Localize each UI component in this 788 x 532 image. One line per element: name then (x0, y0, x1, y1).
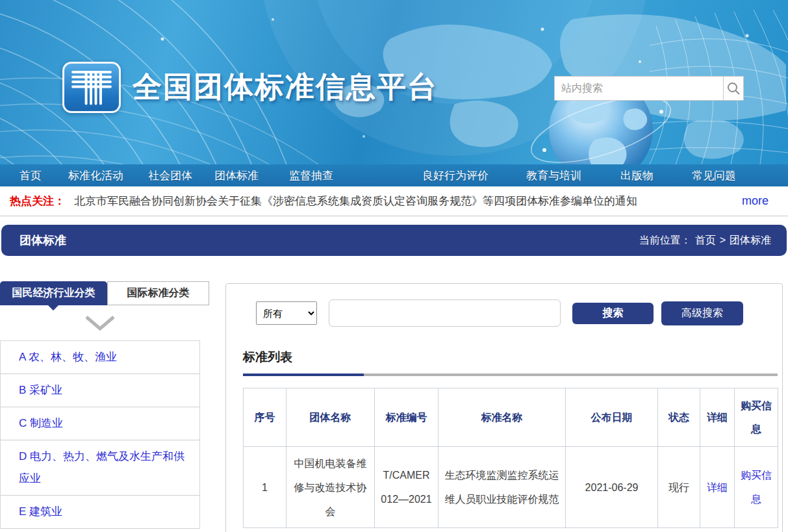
main-nav: 首页 标准化活动 社会团体 团体标准 监督抽查 良好行为评价 教育与培训 出版物… (0, 164, 788, 186)
site-logo-icon[interactable] (62, 62, 121, 113)
cell-status: 现行 (658, 447, 700, 528)
sidebar-item-category-e[interactable]: E 建筑业 (1, 496, 199, 529)
breadcrumb-current-link[interactable]: 团体标准 (730, 234, 771, 247)
active-tab-pointer-icon (48, 305, 58, 310)
nav-item-home[interactable]: 首页 (19, 168, 42, 183)
cell-index: 1 (244, 447, 286, 528)
list-title: 标准列表 (243, 349, 777, 366)
sidebar-item-category-c[interactable]: C 制造业 (1, 407, 199, 440)
site-search-input[interactable] (554, 76, 724, 101)
col-header-status: 状态 (658, 388, 700, 447)
standards-search-input[interactable] (329, 299, 561, 327)
advanced-search-button[interactable]: 高级搜索 (661, 301, 743, 325)
tab-label: 国民经济行业分类 (12, 286, 95, 300)
nav-item-standardization-activities[interactable]: 标准化活动 (68, 168, 123, 183)
category-list: A 农、林、牧、渔业 B 采矿业 C 制造业 D 电力、热力、燃气及水生产和供应… (0, 340, 200, 529)
buy-info-link[interactable]: 购买信息 (741, 470, 772, 505)
table-row: 1 中国机电装备维修与改造技术协会 T/CAMER 012—2021 生态环境监… (244, 447, 778, 528)
title-rule (243, 374, 778, 376)
sidebar-item-category-d[interactable]: D 电力、热力、燃气及水生产和供应业 (1, 440, 199, 496)
nav-item-group-standards[interactable]: 团体标准 (214, 168, 259, 183)
site-search-button[interactable] (724, 76, 744, 101)
page-title: 团体标准 (19, 233, 66, 248)
header-banner: 全国团体标准信息平台 (0, 0, 788, 164)
col-header-code: 标准编号 (375, 388, 438, 447)
sidebar-item-category-b[interactable]: B 采矿业 (1, 374, 199, 407)
col-header-date: 公布日期 (566, 388, 658, 447)
standards-table: 序号 团体名称 标准编号 标准名称 公布日期 状态 详细 购买信息 1 中国机电… (243, 388, 778, 528)
sidebar-tabs: 国民经济行业分类 国际标准分类 (0, 281, 209, 305)
sidebar-item-category-a[interactable]: A 农、林、牧、渔业 (1, 341, 199, 374)
search-icon (726, 81, 741, 95)
col-header-org: 团体名称 (286, 388, 375, 447)
page: 全国团体标准信息平台 首页 标准化活动 社会团体 团体标准 监督抽查 良好行为评… (0, 0, 788, 532)
section-band: 团体标准 当前位置： 首页 > 团体标准 (1, 225, 787, 256)
filter-field-select[interactable]: 所有 (256, 301, 317, 325)
filter-row: 所有 搜索 高级搜索 (243, 284, 777, 327)
cell-standard-code: T/CAMER 012—2021 (375, 447, 438, 528)
tab-label: 国际标准分类 (127, 286, 190, 300)
breadcrumb-home-link[interactable]: 首页 (695, 234, 716, 247)
col-header-buy: 购买信息 (735, 388, 778, 447)
cell-publish-date: 2021-06-29 (566, 447, 658, 528)
col-header-detail: 详细 (700, 388, 735, 447)
breadcrumb-label: 当前位置： (639, 234, 691, 247)
site-search (554, 76, 744, 101)
breadcrumb: 当前位置： 首页 > 团体标准 (639, 234, 771, 247)
nav-item-good-behavior-evaluation[interactable]: 良好行为评价 (422, 168, 489, 183)
cell-detail: 详细 (700, 447, 735, 528)
content-area: 国民经济行业分类 国际标准分类 A 农、林、牧、渔业 B 采矿业 C 制造业 D… (0, 256, 788, 532)
nav-item-publications[interactable]: 出版物 (620, 168, 654, 183)
cell-org-name: 中国机电装备维修与改造技术协会 (286, 447, 375, 528)
tab-international-standard-classification[interactable]: 国际标准分类 (107, 281, 209, 305)
category-sidebar: 国民经济行业分类 国际标准分类 A 农、林、牧、渔业 B 采矿业 C 制造业 D… (0, 281, 209, 529)
detail-link[interactable]: 详细 (707, 482, 728, 493)
tab-national-economy-classification[interactable]: 国民经济行业分类 (0, 281, 107, 305)
table-header-row: 序号 团体名称 标准编号 标准名称 公布日期 状态 详细 购买信息 (244, 388, 778, 447)
site-title: 全国团体标准信息平台 (133, 68, 438, 107)
col-header-index: 序号 (244, 388, 286, 447)
hot-news-bar: 热点关注： 北京市军民融合协同创新协会关于征集《涉密信息系统集成资质认定咨询服务… (0, 186, 788, 216)
hot-news-label: 热点关注： (10, 194, 65, 209)
breadcrumb-separator: > (720, 234, 726, 246)
cell-standard-name: 生态环境监测监控系统运维人员职业技能评价规范 (438, 447, 566, 528)
col-header-name: 标准名称 (438, 388, 566, 447)
nav-item-education-training[interactable]: 教育与培训 (526, 168, 581, 183)
standards-panel: 所有 搜索 高级搜索 标准列表 序号 团体名称 标 (225, 283, 783, 532)
nav-item-faq[interactable]: 常见问题 (692, 168, 736, 183)
nav-item-supervision-checks[interactable]: 监督抽查 (289, 168, 333, 183)
nav-item-social-organizations[interactable]: 社会团体 (148, 168, 192, 183)
cell-buy: 购买信息 (735, 447, 778, 528)
hot-news-link[interactable]: 北京市军民融合协同创新协会关于征集《涉密信息系统集成资质认定咨询服务规范》等四项… (74, 194, 734, 209)
chevron-down-icon (0, 305, 200, 340)
search-button[interactable]: 搜索 (572, 303, 654, 324)
more-link[interactable]: more (742, 194, 769, 208)
